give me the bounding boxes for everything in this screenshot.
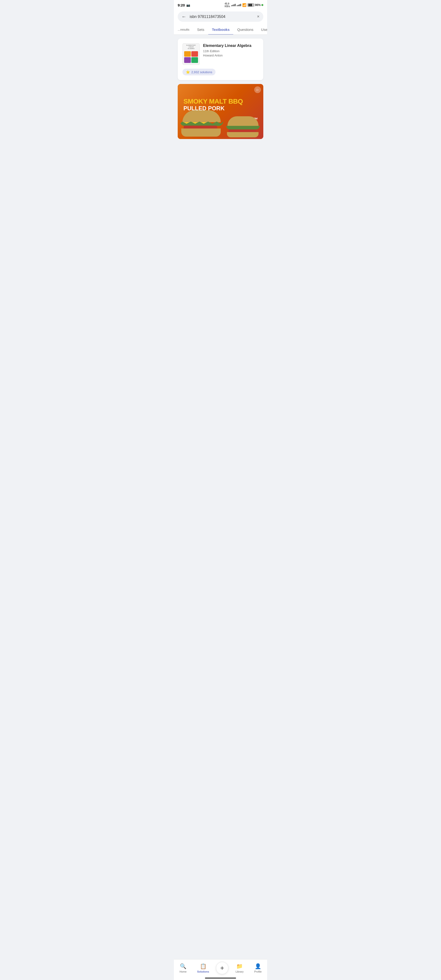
cover-cell-2 — [191, 51, 198, 57]
nav-home-label: Home — [179, 970, 187, 973]
tab-sets[interactable]: Sets — [193, 25, 208, 35]
bun-top — [182, 110, 221, 122]
nav-profile[interactable]: 👤 Profile — [251, 962, 265, 974]
solutions-icon: 📋 — [200, 963, 206, 969]
tabs-container: ...results Sets Textbooks Questions Use — [174, 25, 267, 35]
profile-icon: 👤 — [255, 963, 261, 969]
tab-textbooks[interactable]: Textbooks — [208, 25, 233, 35]
main-content: ELEMENTARYLINEARALGEBRA Elementary Linea… — [174, 35, 267, 178]
cover-cell-1 — [184, 51, 191, 57]
ad-content: ▷ Smoky Malt BBQ Pulled Pork Learn more — [178, 84, 263, 139]
battery-charging-dot — [262, 4, 263, 6]
book-author: Howard Anton — [203, 54, 259, 57]
book-cover-grid — [183, 50, 200, 65]
nav-library-label: Library — [236, 970, 244, 973]
solutions-count: 2,932 solutions — [191, 70, 212, 74]
nav-solutions-label: Solutions — [197, 970, 209, 973]
signal-bars-2 — [237, 4, 241, 6]
book-edition: 11th Edition — [203, 49, 259, 53]
clear-search-button[interactable]: × — [257, 14, 260, 19]
book-title: Elementary Linear Algebra — [203, 43, 259, 48]
sandwich-illustration — [178, 108, 263, 139]
ad-title-line1: Smoky Malt BBQ — [183, 98, 258, 105]
back-button[interactable]: ← — [181, 14, 186, 19]
card-top: ELEMENTARYLINEARALGEBRA Elementary Linea… — [182, 43, 259, 65]
ad-tag-icon: ▷ — [254, 86, 261, 93]
status-bar: 9:20 📷 45.9KB/s 📶 96% — [174, 0, 267, 9]
book-info: Elementary Linear Algebra 11th Edition H… — [203, 43, 259, 57]
status-time: 9:20 — [178, 3, 185, 7]
network-speed: 45.9KB/s — [225, 2, 230, 8]
signal-bars-1 — [231, 4, 236, 6]
badge-star-icon: ⭐ — [186, 70, 190, 74]
search-container: ← isbn 9781118473504 × — [174, 9, 267, 25]
search-bar: ← isbn 9781118473504 × — [178, 11, 263, 22]
cover-cell-3 — [184, 57, 191, 63]
solutions-badge[interactable]: ⭐ 2,932 solutions — [182, 68, 216, 75]
nav-solutions[interactable]: 📋 Solutions — [194, 962, 212, 974]
nav-add-button[interactable]: + — [216, 962, 228, 974]
textbook-card[interactable]: ELEMENTARYLINEARALGEBRA Elementary Linea… — [178, 38, 263, 80]
bun-bottom — [181, 129, 221, 137]
nav-library[interactable]: 📁 Library — [232, 962, 247, 974]
battery-indicator — [247, 3, 254, 7]
library-icon: 📁 — [236, 963, 243, 969]
nav-home[interactable]: 🔍 Home — [176, 962, 190, 974]
cover-cell-4 — [191, 57, 198, 63]
book-cover: ELEMENTARYLINEARALGEBRA — [182, 43, 200, 65]
nav-profile-label: Profile — [254, 970, 262, 973]
camera-icon: 📷 — [186, 3, 190, 7]
home-search-icon: 🔍 — [180, 963, 186, 969]
wifi-icon: 📶 — [242, 3, 246, 7]
battery-percent: 96% — [255, 3, 261, 7]
search-query-text[interactable]: isbn 9781118473504 — [190, 14, 254, 19]
tab-use[interactable]: Use — [257, 25, 267, 35]
add-icon: + — [220, 964, 224, 972]
tab-questions[interactable]: Questions — [233, 25, 257, 35]
bottom-nav: 🔍 Home 📋 Solutions + 📁 Library 👤 Profile — [174, 959, 267, 980]
ad-banner[interactable]: ▷ Smoky Malt BBQ Pulled Pork Learn more — [178, 84, 263, 139]
tab-results[interactable]: ...results — [174, 25, 193, 35]
home-indicator — [205, 978, 236, 978]
